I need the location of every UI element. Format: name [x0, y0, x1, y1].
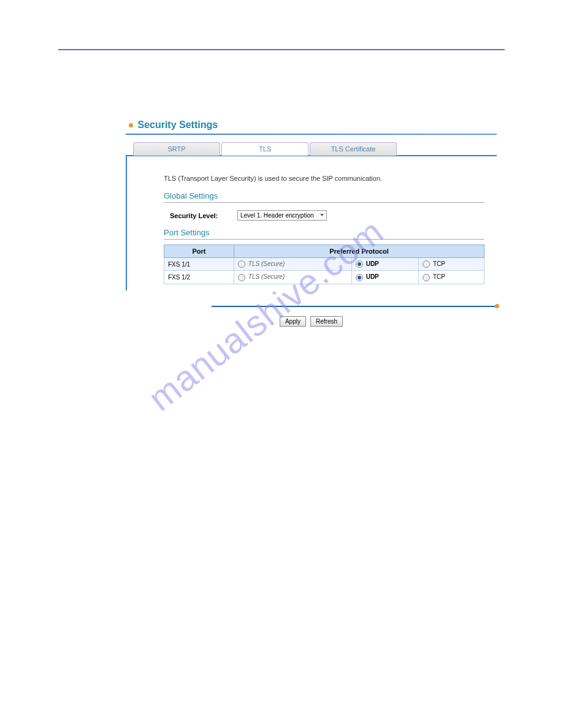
col-header-protocol: Preferred Protocol — [234, 245, 484, 258]
apply-button[interactable]: Apply — [280, 316, 306, 327]
security-level-select[interactable]: Level 1. Header encryption — [237, 210, 327, 221]
page-title-text: Security Settings — [137, 119, 218, 130]
radio-icon[interactable] — [423, 274, 430, 281]
action-buttons: Apply Refresh — [126, 316, 497, 327]
protocol-cell[interactable]: TLS (Secure) — [234, 271, 352, 284]
security-level-label: Security Level: — [170, 212, 237, 219]
protocol-cell[interactable]: TCP — [419, 271, 484, 284]
page-title: Security Settings — [126, 119, 497, 131]
title-underline — [126, 134, 497, 135]
radio-icon[interactable] — [238, 274, 245, 281]
col-header-port: Port — [164, 245, 234, 258]
footer-divider — [212, 306, 497, 307]
radio-icon[interactable] — [356, 274, 363, 281]
port-cell: FXS 1/2 — [164, 271, 234, 284]
page-top-divider — [58, 49, 505, 50]
refresh-button[interactable]: Refresh — [310, 316, 343, 327]
security-level-row: Security Level: Level 1. Header encrypti… — [164, 208, 484, 228]
tab-tls[interactable]: TLS — [221, 142, 308, 156]
radio-icon[interactable] — [423, 260, 430, 268]
protocol-cell[interactable]: TLS (Secure) — [234, 258, 352, 271]
protocol-cell[interactable]: UDP — [351, 258, 418, 271]
tabs-row: SRTP TLS TLS Certificate — [133, 142, 497, 156]
table-row: FXS 1/1 TLS (Secure) UDP TCP — [164, 258, 484, 271]
table-row: FXS 1/2 TLS (Secure) UDP TCP — [164, 271, 484, 284]
tab-content: TLS (Transport Layer Security) is used t… — [126, 155, 497, 290]
tab-srtp[interactable]: SRTP — [133, 142, 220, 156]
global-settings-heading: Global Settings — [164, 191, 484, 203]
protocol-cell[interactable]: TCP — [419, 258, 484, 271]
port-settings-heading: Port Settings — [164, 228, 484, 240]
protocol-cell[interactable]: UDP — [351, 271, 418, 284]
security-level-value: Level 1. Header encryption — [240, 212, 314, 219]
title-dot-icon — [129, 123, 133, 127]
tab-tls-certificate[interactable]: TLS Certificate — [310, 142, 397, 156]
port-settings-table: Port Preferred Protocol FXS 1/1 TLS (Sec… — [164, 245, 484, 284]
footer-dot-icon — [495, 304, 499, 308]
radio-icon[interactable] — [238, 260, 245, 268]
security-settings-panel: Security Settings SRTP TLS TLS Certifica… — [126, 119, 497, 327]
tls-description: TLS (Transport Layer Security) is used t… — [164, 175, 484, 182]
radio-icon[interactable] — [356, 260, 363, 268]
chevron-down-icon — [320, 214, 324, 216]
port-cell: FXS 1/1 — [164, 258, 234, 271]
